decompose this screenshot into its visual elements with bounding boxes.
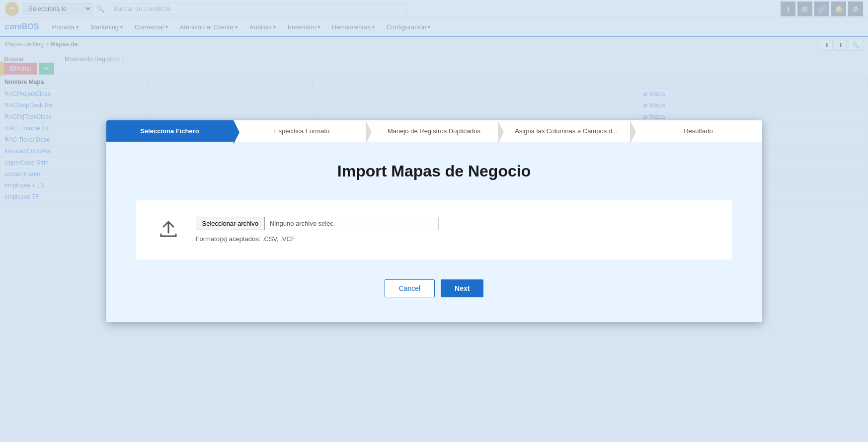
modal-title: Import Mapas de Negocio [136, 162, 732, 180]
wizard-step-3[interactable]: Manejo de Registros Duplicados [366, 120, 498, 142]
select-file-button[interactable]: Seleccionar archivo [196, 217, 265, 230]
wizard-steps: Selecciona Fichero Especifica Formato Ma… [106, 120, 762, 142]
wizard-step-1[interactable]: Selecciona Fichero [106, 120, 234, 142]
modal-overlay: Selecciona Fichero Especifica Formato Ma… [0, 0, 868, 442]
modal-body: Import Mapas de Negocio Seleccionar arch… [106, 142, 762, 322]
next-button[interactable]: Next [441, 279, 483, 297]
file-name-display: Ninguno archivo selec. [265, 217, 439, 230]
upload-content: Seleccionar archivo Ninguno archivo sele… [196, 217, 712, 243]
import-modal: Selecciona Fichero Especifica Formato Ma… [106, 120, 762, 322]
format-hint: Formato(s) aceptados: .CSV, .VCF [196, 235, 712, 243]
modal-actions: Cancel Next [136, 279, 732, 297]
file-input-row: Seleccionar archivo Ninguno archivo sele… [196, 217, 712, 230]
upload-icon [156, 215, 181, 245]
cancel-button[interactable]: Cancel [385, 279, 435, 297]
wizard-step-2[interactable]: Especifica Formato [234, 120, 366, 142]
wizard-step-5[interactable]: Resultado [630, 120, 762, 142]
wizard-step-4[interactable]: Asigna las Columnas a Campos d... [498, 120, 630, 142]
upload-area: Seleccionar archivo Ninguno archivo sele… [136, 200, 732, 260]
